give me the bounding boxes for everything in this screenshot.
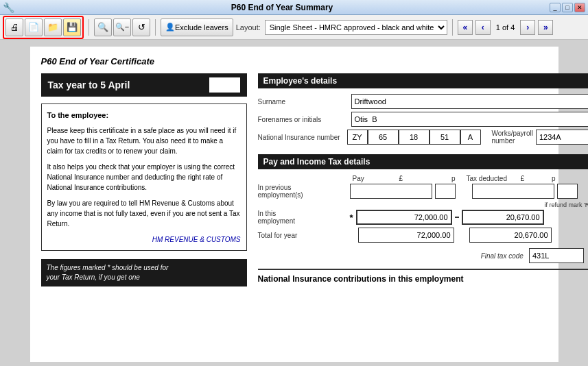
figures-note-box: The figures marked * should be used for … xyxy=(41,259,247,286)
ni-contributions-title: National Insurance contributions in this… xyxy=(258,269,589,284)
final-tax-code-row: Final tax code xyxy=(258,248,584,263)
divider xyxy=(455,217,459,218)
payroll-input[interactable] xyxy=(536,130,588,145)
total-tax-input[interactable] xyxy=(469,228,552,243)
forenames-label: Forenames or initials xyxy=(258,116,347,123)
payroll-row: Works/payroll number xyxy=(492,130,589,145)
total-pay-input[interactable] xyxy=(358,228,454,243)
window-title: P60 End of Year Summary xyxy=(14,3,550,12)
app-icon: 🔧 xyxy=(3,2,14,13)
employee-msg-para3: By law you are required to tell HM Reven… xyxy=(47,198,241,229)
forenames-input[interactable] xyxy=(351,112,589,127)
toolbar-highlighted-group: 🖨 📄 📁 💾 xyxy=(3,16,84,39)
pay-pound: £ xyxy=(399,175,403,182)
print-button[interactable]: 🖨 xyxy=(5,19,23,36)
last-page-button[interactable]: » xyxy=(538,20,553,35)
employee-msg-para2: It also helps you check that your employ… xyxy=(47,162,241,193)
layout-select[interactable]: Single Sheet - HMRC approved - black and… xyxy=(265,20,447,35)
toolbar: 🖨 📄 📁 💾 🔍 🔍− ↺ 👤 Exclude leavers Layout:… xyxy=(0,15,588,40)
total-year-row: Total for year xyxy=(258,228,589,243)
ni-boxes: ZY 65 18 51 A xyxy=(347,130,481,145)
employee-details-grid: Surname Forenames or initials National I… xyxy=(258,94,589,146)
ni-box-5: A xyxy=(460,130,481,145)
tax-col-header: Tax deducted £ p xyxy=(467,175,556,182)
ni-box-2: 65 xyxy=(368,130,399,145)
maximize-button[interactable]: □ xyxy=(562,3,573,12)
this-label: In this employment xyxy=(258,210,347,225)
ni-row: National Insurance number ZY 65 18 51 A … xyxy=(258,130,589,145)
new-button[interactable]: 📄 xyxy=(25,19,43,36)
ni-box-1: ZY xyxy=(347,130,368,145)
previous-label: In previous employment(s) xyxy=(258,184,347,199)
right-column: Employee's details Surname Forenames or … xyxy=(258,73,589,286)
tax-label: Tax deducted xyxy=(467,175,508,182)
employee-msg-para1: Please keep this certificate in a safe p… xyxy=(47,125,241,156)
this-tax-input[interactable] xyxy=(462,210,544,225)
doc-body: Tax year to 5 April To the employee: Ple… xyxy=(41,73,548,286)
pay-tax-col-headers: Pay £ p Tax deducted £ p xyxy=(353,175,589,182)
document: P60 End of Year Certificate Tax year to … xyxy=(30,47,558,362)
tax-year-label: Tax year to 5 April xyxy=(48,80,130,90)
toolbar-separator-2 xyxy=(155,19,156,36)
ni-box-4: 51 xyxy=(430,130,460,145)
previous-tax-p-input[interactable] xyxy=(557,184,578,199)
zoom-in-button[interactable]: 🔍 xyxy=(94,19,112,36)
previous-employment-row: In previous employment(s) xyxy=(258,184,589,199)
exclude-leavers-icon: 👤 xyxy=(165,23,175,32)
toolbar-separator-1 xyxy=(89,19,89,36)
close-button[interactable]: ✕ xyxy=(574,3,585,12)
exclude-leavers-button[interactable]: 👤 Exclude leavers xyxy=(161,19,233,36)
title-bar: 🔧 P60 End of Year Summary _ □ ✕ xyxy=(0,0,588,15)
surname-row: Surname xyxy=(258,94,589,109)
refund-note: if refund mark 'R' xyxy=(353,202,589,208)
employee-message-box: To the employee: Please keep this certif… xyxy=(41,103,247,251)
surname-input[interactable] xyxy=(351,94,589,109)
tax-pound: £ xyxy=(521,175,525,182)
asterisk-symbol: * xyxy=(350,212,353,223)
toolbar-zoom-group: 🔍 🔍− ↺ xyxy=(94,19,150,36)
tax-year-box: Tax year to 5 April xyxy=(41,73,247,97)
employee-details-header: Employee's details xyxy=(258,73,589,88)
open-button[interactable]: 📁 xyxy=(44,19,62,36)
this-employment-row: In this employment * xyxy=(258,210,589,225)
final-tax-code-input[interactable] xyxy=(529,248,584,263)
previous-pay-input[interactable] xyxy=(350,184,432,199)
total-label: Total for year xyxy=(258,232,347,239)
refresh-button[interactable]: ↺ xyxy=(132,19,150,36)
forenames-row: Forenames or initials xyxy=(258,112,589,127)
tax-year-input[interactable] xyxy=(209,77,240,93)
window-controls: _ □ ✕ xyxy=(550,3,585,12)
pay-col-header: Pay £ p xyxy=(353,175,456,182)
prev-page-button[interactable]: ‹ xyxy=(475,20,491,35)
title-bar-left: 🔧 xyxy=(3,2,14,13)
final-tax-code-label: Final tax code xyxy=(481,252,524,260)
left-column: Tax year to 5 April To the employee: Ple… xyxy=(41,73,247,286)
first-page-button[interactable]: « xyxy=(458,20,473,35)
next-page-button[interactable]: › xyxy=(520,20,535,35)
ni-box-3: 18 xyxy=(399,130,430,145)
save-button[interactable]: 💾 xyxy=(63,19,81,36)
zoom-out-button[interactable]: 🔍− xyxy=(113,19,131,36)
minimize-button[interactable]: _ xyxy=(550,3,561,12)
main-area: P60 End of Year Certificate Tax year to … xyxy=(0,40,588,366)
employee-msg-heading: To the employee: xyxy=(47,110,241,121)
toolbar-separator-3 xyxy=(452,19,453,36)
figures-note-text: The figures marked * should be used for … xyxy=(47,264,169,281)
previous-pay-p-input[interactable] xyxy=(435,184,456,199)
page-info: 1 of 4 xyxy=(493,23,518,32)
surname-label: Surname xyxy=(258,98,347,106)
layout-label: Layout: xyxy=(236,23,261,32)
previous-tax-input[interactable] xyxy=(472,184,554,199)
pay-pence: p xyxy=(451,175,456,182)
this-pay-input[interactable] xyxy=(356,210,452,225)
tax-pence: p xyxy=(552,175,556,182)
pay-label: Pay xyxy=(353,175,364,182)
pay-tax-header: Pay and Income Tax details xyxy=(258,154,589,169)
doc-title: P60 End of Year Certificate xyxy=(41,56,548,66)
payroll-label: Works/payroll number xyxy=(492,130,533,145)
ni-label: National Insurance number xyxy=(258,134,347,141)
hmrc-signature: HM REVENUE & CUSTOMS xyxy=(47,234,241,245)
